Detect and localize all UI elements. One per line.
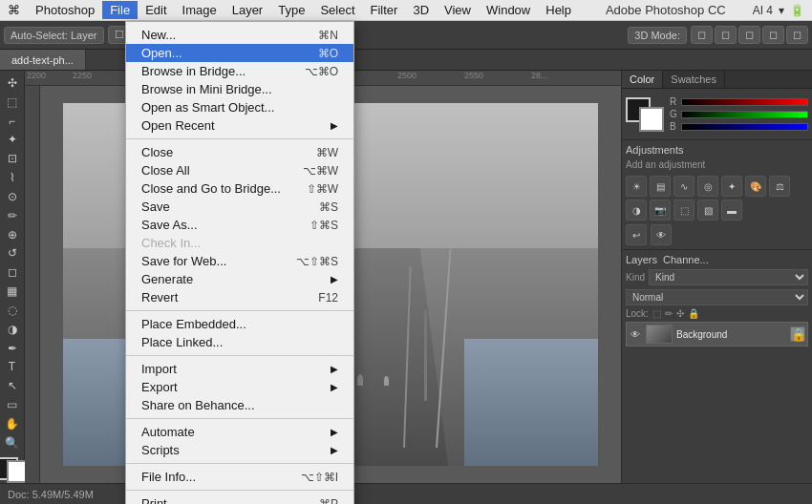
- tool-magic-wand[interactable]: ✦: [2, 131, 23, 148]
- adj-threshold[interactable]: ▧: [697, 200, 718, 220]
- tool-brush[interactable]: ✏: [2, 207, 23, 224]
- menu-entry-share-behance[interactable]: Share on Behance...: [126, 396, 353, 414]
- adj-levels[interactable]: ▤: [650, 176, 671, 197]
- menu-entry-generate[interactable]: Generate ▶: [126, 270, 353, 288]
- menu-entry-revert[interactable]: Revert F12: [126, 288, 353, 306]
- adj-brightness[interactable]: ☀: [626, 176, 647, 197]
- menu-entry-save-web[interactable]: Save for Web... ⌥⇧⌘S: [126, 252, 353, 270]
- tool-crop[interactable]: ⊡: [2, 150, 23, 167]
- tool-zoom[interactable]: 🔍: [2, 434, 23, 452]
- lock-icon-all[interactable]: 🔒: [688, 308, 699, 319]
- tool-spot-heal[interactable]: ⊙: [2, 188, 23, 205]
- menu-window[interactable]: Window: [479, 1, 538, 19]
- menu-entry-file-info[interactable]: File Info... ⌥⇧⌘I: [126, 468, 353, 486]
- tab-add-text[interactable]: add-text-ph...: [0, 50, 86, 70]
- toolbar-auto-select[interactable]: Auto-Select: Layer: [4, 27, 104, 44]
- tool-eyedropper[interactable]: ⌇: [2, 169, 23, 186]
- menu-entry-browse-bridge[interactable]: Browse in Bridge... ⌥⌘O: [126, 62, 353, 80]
- toolbar-btn-2[interactable]: ◻: [715, 26, 737, 44]
- menu-entry-new[interactable]: New... ⌘N: [126, 26, 353, 44]
- menu-entry-open-recent[interactable]: Open Recent ▶: [126, 116, 353, 135]
- menu-entry-import[interactable]: Import ▶: [126, 360, 353, 378]
- menu-entry-scripts[interactable]: Scripts ▶: [126, 441, 353, 459]
- toolbar-3d-mode[interactable]: 3D Mode:: [628, 27, 687, 44]
- menu-entry-save[interactable]: Save ⌘S: [126, 198, 353, 216]
- lock-icon-position[interactable]: ✣: [676, 308, 684, 319]
- menu-entry-close-bridge[interactable]: Close and Go to Bridge... ⇧⌘W: [126, 179, 353, 198]
- menu-type[interactable]: Type: [270, 1, 312, 19]
- menu-photoshop[interactable]: Photoshop: [28, 1, 102, 19]
- layer-background[interactable]: 👁 Background 🔒: [626, 322, 808, 346]
- tool-marquee[interactable]: ⬚: [2, 94, 23, 111]
- toolbar-btn-1[interactable]: ◻: [691, 26, 713, 44]
- tool-dodge[interactable]: ◑: [2, 321, 23, 338]
- menu-file[interactable]: File: [102, 1, 138, 19]
- menu-entry-open-smart[interactable]: Open as Smart Object...: [126, 98, 353, 116]
- menu-help[interactable]: Help: [538, 1, 579, 19]
- menu-entry-open-smart-label: Open as Smart Object...: [141, 100, 338, 115]
- tool-shape[interactable]: ▭: [2, 396, 23, 413]
- r-slider[interactable]: [681, 98, 808, 106]
- background-color-swatch[interactable]: [639, 107, 664, 132]
- adj-curves[interactable]: ∿: [673, 176, 694, 197]
- tool-history-brush[interactable]: ↺: [2, 244, 23, 262]
- tool-move[interactable]: ✣: [2, 74, 23, 92]
- adj-exposure[interactable]: ◎: [697, 176, 718, 197]
- menu-filter[interactable]: Filter: [363, 1, 406, 19]
- menu-entry-open[interactable]: Open... ⌘O: [126, 44, 353, 62]
- layer-visibility-eye[interactable]: 👁: [629, 327, 642, 341]
- tool-type[interactable]: T: [2, 358, 23, 375]
- menu-3d[interactable]: 3D: [405, 1, 437, 19]
- layers-tab[interactable]: Layers: [626, 254, 657, 265]
- menu-view[interactable]: View: [437, 1, 479, 19]
- g-slider[interactable]: [681, 111, 808, 118]
- tool-path-select[interactable]: ↖: [2, 377, 23, 394]
- menu-entry-close-label: Close: [141, 145, 297, 159]
- menu-entry-browse-mini[interactable]: Browse in Mini Bridge...: [126, 80, 353, 98]
- menu-entry-place-linked[interactable]: Place Linked...: [126, 333, 353, 351]
- tool-blur[interactable]: ◌: [2, 302, 23, 319]
- adj-hsl[interactable]: 🎨: [745, 176, 766, 197]
- adj-gradient-map[interactable]: ▬: [721, 200, 742, 220]
- menu-entry-export[interactable]: Export ▶: [126, 378, 353, 396]
- kind-select[interactable]: Kind: [649, 269, 808, 285]
- color-sliders: R G B: [670, 96, 808, 132]
- menu-entry-close[interactable]: Close ⌘W: [126, 143, 353, 161]
- menu-entry-automate[interactable]: Automate ▶: [126, 423, 353, 441]
- adj-bw[interactable]: ◑: [626, 200, 647, 220]
- toolbar-btn-3[interactable]: ◻: [738, 26, 760, 44]
- channels-tab[interactable]: Channe...: [663, 254, 709, 265]
- layers-controls: Kind Kind: [626, 269, 808, 285]
- toolbar-btn-5[interactable]: ◻: [786, 26, 808, 44]
- menu-layer[interactable]: Layer: [224, 1, 271, 19]
- tool-lasso[interactable]: ⌐: [2, 113, 23, 130]
- toolbar-btn-4[interactable]: ◻: [762, 26, 784, 44]
- menu-entry-place-embedded[interactable]: Place Embedded...: [126, 315, 353, 333]
- adj-icon-eye[interactable]: 👁: [651, 224, 672, 245]
- tool-hand[interactable]: ✋: [2, 415, 23, 432]
- tool-clone-stamp[interactable]: ⊕: [2, 226, 23, 243]
- tool-eraser[interactable]: ◻: [2, 263, 23, 281]
- menu-edit[interactable]: Edit: [138, 1, 174, 19]
- adj-icon-return[interactable]: ↩: [626, 224, 647, 245]
- fg-bg-colors-widget[interactable]: [626, 97, 664, 132]
- adj-posterize[interactable]: ⬚: [673, 200, 694, 220]
- tab-swatches[interactable]: Swatches: [663, 71, 725, 88]
- lock-icon-transparency[interactable]: ⬚: [652, 308, 661, 319]
- lock-icon-brush[interactable]: ✏: [665, 308, 673, 319]
- b-slider[interactable]: [681, 123, 808, 131]
- menu-bar-right: AI 4 ▾ 🔋: [753, 4, 812, 17]
- adj-color-balance[interactable]: ⚖: [769, 176, 790, 197]
- menu-select[interactable]: Select: [312, 1, 362, 19]
- menu-entry-print[interactable]: Print... ⌘P: [126, 494, 353, 504]
- tool-pen[interactable]: ✒: [2, 340, 23, 357]
- apple-menu[interactable]: ⌘: [0, 1, 28, 19]
- tool-gradient[interactable]: ▦: [2, 283, 23, 300]
- tab-color[interactable]: Color: [622, 71, 663, 88]
- menu-entry-close-all[interactable]: Close All ⌥⌘W: [126, 161, 353, 179]
- blend-mode-select[interactable]: Normal: [626, 289, 808, 305]
- menu-image[interactable]: Image: [175, 1, 224, 19]
- menu-entry-save-as[interactable]: Save As... ⇧⌘S: [126, 216, 353, 234]
- adj-photo-filter[interactable]: 📷: [650, 200, 671, 220]
- adj-vibrance[interactable]: ✦: [721, 176, 742, 197]
